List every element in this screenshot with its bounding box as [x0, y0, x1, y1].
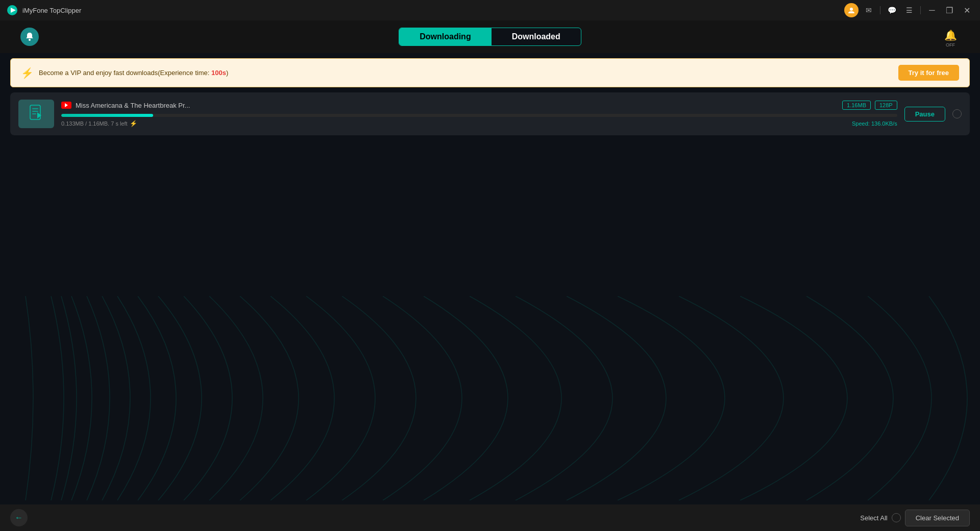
app-title: iMyFone TopClipper [22, 7, 81, 14]
svg-point-3 [29, 39, 31, 41]
speed-lightning-icon: ⚡ [130, 120, 137, 127]
bell-off-badge: OFF [946, 42, 955, 47]
back-button[interactable]: ← [10, 509, 28, 526]
banner-left: ⚡ Become a VIP and enjoy fast downloads(… [21, 67, 228, 79]
app-logo [6, 4, 18, 16]
banner-highlight: 100s [211, 69, 226, 77]
wave-background: .wave-path { fill: none; stroke: #00bfa5… [0, 296, 980, 500]
progress-bar-container [61, 114, 897, 117]
download-item: Miss Americana & The Heartbreak Pr... 1.… [10, 92, 970, 135]
pause-button[interactable]: Pause [904, 107, 945, 122]
tab-downloaded[interactable]: Downloaded [492, 28, 581, 45]
svg-rect-5 [32, 108, 38, 109]
download-info: Miss Americana & The Heartbreak Pr... 1.… [61, 101, 897, 127]
lightning-icon: ⚡ [21, 67, 34, 79]
chat-icon[interactable]: 💬 [885, 3, 899, 17]
menu-icon[interactable]: ☰ [902, 3, 916, 17]
restore-button[interactable]: ❐ [942, 3, 957, 17]
select-all-container: Select All Clear Selected [860, 510, 970, 526]
size-badge: 1.16MB [842, 101, 871, 110]
download-checkbox[interactable] [952, 109, 962, 118]
bell-icon[interactable]: 🔔 [941, 26, 960, 44]
tabs-container: Downloading Downloaded [399, 28, 581, 46]
title-bar: iMyFone TopClipper ✉ 💬 ☰ ─ ❐ ✕ [0, 0, 980, 20]
banner-text: Become a VIP and enjoy fast downloads(Ex… [39, 69, 228, 77]
tab-downloading[interactable]: Downloading [399, 28, 491, 45]
download-speed: Speed: 136.0KB/s [852, 120, 897, 127]
main-content: Downloading Downloaded 🔔 OFF ⚡ Become a … [0, 20, 980, 531]
svg-rect-7 [32, 113, 36, 114]
top-bar: Downloading Downloaded 🔔 OFF [0, 20, 980, 53]
title-bar-left: iMyFone TopClipper [6, 4, 81, 16]
progress-bar-fill [61, 114, 153, 117]
downloads-list: Miss Americana & The Heartbreak Pr... 1.… [0, 92, 980, 135]
bottom-bar: ← Select All Clear Selected [0, 504, 980, 531]
banner-prefix: Become a VIP and enjoy fast downloads(Ex… [39, 69, 211, 77]
quality-badge: 128P [875, 101, 897, 110]
close-button[interactable]: ✕ [960, 3, 974, 17]
download-size-info: 0.133MB / 1.16MB. 7 s left ⚡ [61, 120, 137, 127]
title-bar-controls: ✉ 💬 ☰ ─ ❐ ✕ [844, 3, 974, 17]
content-wrapper: Miss Americana & The Heartbreak Pr... 1.… [0, 92, 980, 531]
notification-button[interactable] [20, 28, 39, 46]
divider2 [920, 6, 921, 14]
mail-icon[interactable]: ✉ [862, 3, 876, 17]
banner-suffix: ) [226, 69, 228, 77]
youtube-icon [61, 102, 71, 109]
minimize-button[interactable]: ─ [925, 3, 939, 17]
banner: ⚡ Become a VIP and enjoy fast downloads(… [10, 58, 970, 87]
divider [880, 6, 880, 14]
file-icon [28, 104, 44, 124]
select-all-label: Select All [860, 514, 887, 522]
download-title: Miss Americana & The Heartbreak Pr... [76, 102, 838, 109]
downloaded-amount: 0.133MB / 1.16MB. 7 s left [61, 120, 128, 127]
svg-point-2 [850, 8, 853, 11]
download-thumbnail [18, 100, 54, 128]
download-title-row: Miss Americana & The Heartbreak Pr... 1.… [61, 101, 897, 110]
clear-selected-button[interactable]: Clear Selected [905, 510, 970, 526]
download-meta: 0.133MB / 1.16MB. 7 s left ⚡ Speed: 136.… [61, 120, 897, 127]
select-all-checkbox[interactable] [892, 513, 901, 522]
try-free-button[interactable]: Try it for free [898, 65, 959, 81]
svg-rect-6 [32, 111, 38, 112]
avatar-icon[interactable] [844, 3, 859, 17]
svg-rect-4 [30, 105, 40, 119]
bell-container: 🔔 OFF [941, 26, 960, 47]
